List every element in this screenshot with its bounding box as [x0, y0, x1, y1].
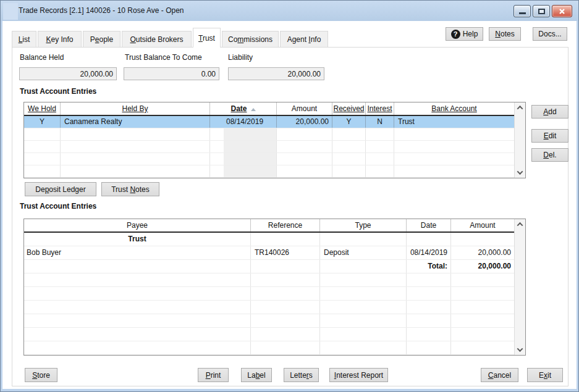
minimize-button[interactable] — [513, 5, 531, 17]
cell-date: 08/14/2019 — [210, 116, 277, 128]
titlebar[interactable]: Trade Records [2.1] 140026 - 10 Rose Ave… — [1, 1, 578, 21]
scrollbar[interactable] — [514, 219, 525, 355]
tab-outside-brokers-label: Outside Brokers — [130, 35, 183, 44]
cell-we-hold: Y — [24, 116, 61, 128]
help-button[interactable]: ? Help — [446, 27, 483, 41]
column-header-reference[interactable]: Reference — [251, 219, 320, 231]
liability-field[interactable] — [228, 67, 324, 80]
store-button[interactable]: Store — [25, 368, 57, 382]
table-row-empty — [24, 341, 514, 355]
column-header-received[interactable]: Received — [332, 102, 366, 115]
total-label: Total: — [407, 260, 451, 273]
exit-button[interactable]: Exit — [527, 368, 563, 382]
ledger-table: Payee Reference Type Date Amount Trust B… — [23, 219, 526, 356]
table-row-empty — [24, 301, 514, 314]
table-row-empty — [24, 273, 514, 287]
trust-entries-title: Trust Account Entries — [20, 87, 96, 96]
docs-button[interactable]: Docs... — [533, 27, 567, 41]
column-header-date[interactable]: Date — [210, 102, 277, 115]
edit-label: Edit — [544, 131, 557, 140]
letters-button[interactable]: Letters — [284, 368, 319, 382]
group-label: Trust — [24, 233, 251, 246]
interest-report-label: Interest Report — [334, 371, 383, 380]
table-row-empty — [24, 314, 514, 328]
chevron-down-icon — [517, 169, 523, 175]
table-row-empty — [24, 328, 514, 341]
table-row-selected[interactable]: Y Canamera Realty 08/14/2019 20,000.00 Y… — [24, 116, 514, 128]
cancel-button[interactable]: Cancel — [481, 368, 518, 382]
balance-held-field[interactable] — [19, 67, 117, 80]
tab-outside-brokers[interactable]: Outside Brokers — [122, 31, 192, 48]
close-button[interactable] — [552, 5, 572, 17]
add-label: Add — [543, 107, 556, 116]
balance-held-label: Balance Held — [20, 53, 64, 62]
ledger-row[interactable]: Bob Buyer TR140026 Deposit 08/14/2019 20… — [24, 246, 514, 260]
tab-bar: List Key Info People Outside Brokers Tru… — [12, 28, 329, 48]
column-header-type[interactable]: Type — [320, 219, 407, 231]
exit-label: Exit — [539, 371, 551, 380]
tab-agent-info[interactable]: Agent Info — [280, 31, 328, 48]
trust-entries-table: We Hold Held By Date Amount Received Int… — [23, 102, 526, 178]
trust-notes-label: Trust Notes — [111, 185, 150, 194]
ledger-total-row: Total: 20,000.00 — [24, 260, 514, 273]
chevron-up-icon — [517, 106, 523, 112]
cell-held-by: Canamera Realty — [61, 116, 210, 128]
maximize-button[interactable] — [533, 5, 550, 17]
cell-amount: 20,000.00 — [277, 116, 332, 128]
chevron-down-icon — [517, 346, 523, 352]
maximize-icon — [538, 9, 545, 14]
cell-interest: N — [366, 116, 394, 128]
tab-key-info[interactable]: Key Info — [38, 31, 82, 48]
tab-commissions-label: Commissions — [228, 35, 273, 44]
store-label: Store — [32, 371, 50, 380]
delete-button[interactable]: Del. — [531, 148, 568, 162]
tab-commissions[interactable]: Commissions — [222, 31, 279, 48]
print-button[interactable]: Print — [198, 368, 229, 382]
minimize-icon — [519, 12, 526, 14]
column-header-date[interactable]: Date — [407, 219, 451, 231]
column-header-we-hold[interactable]: We Hold — [24, 102, 61, 115]
cancel-label: Cancel — [488, 371, 511, 380]
ledger-title: Trust Account Entries — [20, 202, 96, 211]
date-header-label: Date — [230, 104, 247, 113]
help-label: Help — [463, 30, 478, 38]
notes-label: Notes — [495, 30, 514, 38]
trust-balance-to-come-field[interactable] — [124, 67, 219, 80]
tab-people[interactable]: People — [83, 31, 120, 48]
scroll-up-button[interactable] — [515, 102, 525, 113]
column-header-amount[interactable]: Amount — [277, 102, 332, 115]
liability-label: Liability — [228, 53, 253, 62]
table-row-empty — [24, 287, 514, 301]
trust-notes-button[interactable]: Trust Notes — [101, 182, 159, 196]
column-header-amount[interactable]: Amount — [451, 219, 514, 231]
scrollbar[interactable] — [514, 102, 525, 178]
edit-button[interactable]: Edit — [531, 129, 568, 143]
window-title: Trade Records [2.1] 140026 - 10 Rose Ave… — [19, 6, 184, 15]
scroll-down-button[interactable] — [515, 344, 525, 355]
help-icon: ? — [451, 30, 460, 39]
column-header-payee[interactable]: Payee — [24, 219, 251, 231]
tab-agent-info-label: Agent Info — [287, 35, 321, 44]
notes-button[interactable]: Notes — [489, 27, 521, 41]
scroll-down-button[interactable] — [515, 167, 525, 178]
trust-entries-header: We Hold Held By Date Amount Received Int… — [24, 102, 514, 116]
label-label: Label — [247, 371, 265, 380]
table-row-empty — [24, 128, 514, 141]
column-header-held-by[interactable]: Held By — [61, 102, 210, 115]
tab-trust[interactable]: Trust — [193, 28, 221, 48]
tab-trust-label: Trust — [198, 34, 215, 43]
interest-report-button[interactable]: Interest Report — [329, 368, 388, 382]
cell-date: 08/14/2019 — [407, 246, 451, 259]
app-window: Trade Records [2.1] 140026 - 10 Rose Ave… — [0, 0, 579, 392]
ledger-group-row: Trust — [24, 233, 514, 246]
add-button[interactable]: Add — [531, 105, 568, 119]
label-button[interactable]: Label — [241, 368, 272, 382]
column-header-bank-account[interactable]: Bank Account — [394, 102, 514, 115]
delete-label: Del. — [543, 151, 556, 159]
total-amount: 20,000.00 — [451, 260, 514, 273]
tab-list[interactable]: List — [12, 31, 36, 48]
scroll-up-button[interactable] — [515, 219, 525, 230]
deposit-ledger-button[interactable]: Deposit Ledger — [25, 182, 96, 196]
column-header-interest[interactable]: Interest — [366, 102, 394, 115]
cell-amount: 20,000.00 — [451, 246, 514, 259]
